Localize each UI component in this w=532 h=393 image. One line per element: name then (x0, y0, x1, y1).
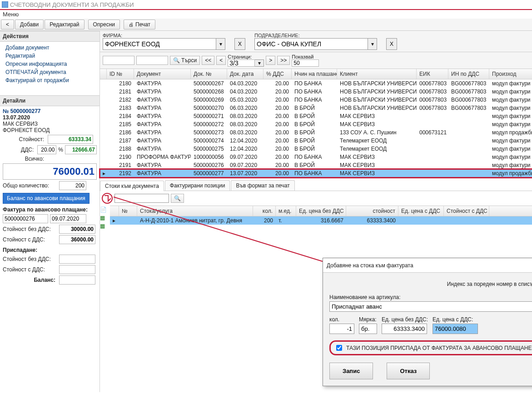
item-row[interactable]: ▸ А-Н-Д-2010-1 Амониев нитрат, гр. Девня… (110, 216, 532, 225)
table-row[interactable]: 2183 ФАКТУРА 5000000270 06.03.2020 20.00… (100, 104, 532, 112)
qty-field[interactable] (59, 181, 86, 190)
table-row[interactable]: 2184 ФАКТУРА 5000000271 08.03.2020 20.00… (100, 112, 532, 120)
col-docno[interactable]: Док. № (191, 69, 227, 79)
icol-price[interactable]: Ед. цена без ДДС (296, 206, 346, 216)
col-ddsid[interactable]: ИН по ДДС (448, 69, 489, 79)
pages-select[interactable] (228, 59, 255, 67)
col-eik[interactable]: ЕИК (417, 69, 448, 79)
table-row[interactable]: 2181 ФАКТУРА 5000000268 04.03.2020 20.00… (100, 88, 532, 96)
sidebar-action-print[interactable]: ОТПЕЧАТАЙ документа (3, 68, 97, 76)
filter-bar: ФИРМА: ▾ X ПОДРАЗДЕЛЕНИЕ: ▾ X (100, 31, 532, 52)
table-row[interactable]: 2187 ФАКТУРА 5000000274 12.04.2020 20.00… (100, 137, 532, 145)
item-search-button[interactable]: 🔍 (171, 194, 184, 203)
val-inc-field[interactable] (59, 235, 95, 244)
col-vat[interactable]: % ДДС (264, 69, 292, 79)
add-button[interactable]: Добави (15, 20, 44, 29)
bottom-tabs: Стоки към документа Фактурирани позиции … (100, 180, 532, 191)
excel-icon[interactable]: ▦ (100, 215, 110, 221)
val-ex-label: Стойност без ДДС: (3, 226, 57, 232)
deduct-checkbox[interactable] (336, 345, 342, 351)
ded-inc-field[interactable] (59, 265, 95, 274)
icol-valv[interactable]: Стойност с ДДС (444, 206, 489, 216)
add-item-button[interactable] (102, 193, 113, 204)
table-row[interactable]: 2188 ФАКТУРА 5000000275 12.04.2020 20.00… (100, 145, 532, 153)
icol-no[interactable]: № (119, 206, 137, 216)
excel2-icon[interactable]: ▦ (100, 223, 110, 229)
table-row[interactable]: 2190 ПРОФОРМА ФАКТУРА 1000000056 09.07.2… (100, 153, 532, 161)
sidebar-action-invoice[interactable]: Фактурирай от продажби (3, 76, 97, 84)
icol-qty[interactable]: кол. (253, 206, 276, 216)
table-row[interactable]: ▸ 2192 ФАКТУРА 5000000277 13.07.2020 20.… (100, 169, 532, 177)
item-search-input[interactable] (114, 194, 169, 203)
adv-doc-field[interactable] (3, 214, 48, 223)
deduct-checkbox-label: ТАЗИ ПОЗИЦИЯ ПРИСПАДА ОТ ФАКТУРАТА ЗА АВ… (346, 345, 532, 351)
cancel-button[interactable]: Отказ (387, 363, 430, 379)
print-button[interactable]: 🖨Печат (124, 20, 155, 29)
value-field[interactable] (48, 135, 93, 144)
col-pay[interactable]: Нчин на плашане (292, 69, 337, 79)
advance-balance-button[interactable]: Баланс по авансови плащания (3, 193, 89, 204)
val-ex-field[interactable] (59, 225, 95, 234)
back-button[interactable]: < (1, 20, 14, 29)
detail-doc-date: 13.07.2020 (3, 114, 97, 121)
chevron-down-icon[interactable]: ▾ (255, 59, 264, 67)
sidebar-action-add-doc[interactable]: Добави документ (3, 44, 97, 52)
ded-ex-field[interactable] (59, 255, 95, 264)
search-icon: 🔍 (174, 195, 181, 201)
col-doc[interactable]: Документ (134, 69, 191, 79)
col-date[interactable]: Док. дата (227, 69, 264, 79)
tab-items[interactable]: Стоки към документа (100, 181, 164, 191)
search-input-1[interactable] (103, 56, 134, 65)
edit-button[interactable]: Редактирай (45, 20, 84, 29)
total-field[interactable] (3, 163, 97, 180)
export-icon[interactable]: 📄 (100, 206, 110, 213)
dlg-price-label: Ед. цена без ДДС: (382, 316, 428, 323)
qty-label: Общо количество: (3, 182, 57, 189)
save-button[interactable]: Запис (329, 363, 373, 379)
chevron-down-icon[interactable]: ▾ (368, 38, 377, 50)
sidebar-action-refresh[interactable]: Опресни информацията (3, 60, 97, 68)
sidebar-action-edit[interactable]: Редактирай (3, 52, 97, 60)
dept-clear-button[interactable]: X (386, 38, 397, 50)
vat-value-field[interactable] (65, 145, 97, 154)
table-row[interactable]: 2180 ФАКТУРА 5000000267 04.03.2020 20.00… (100, 79, 532, 88)
last-page-button[interactable]: >> (277, 56, 290, 65)
icol-pricev[interactable]: Ед. цена с ДДС (398, 206, 444, 216)
table-row[interactable]: 2191 ФАКТУРА 5000000276 09.07.2020 20.00… (100, 161, 532, 169)
show-field[interactable] (292, 59, 319, 67)
table-row[interactable]: 2186 ФАКТУРА 5000000273 08.03.2020 20.00… (100, 128, 532, 137)
table-row[interactable]: 2182 ФАКТУРА 5000000269 05.03.2020 20.00… (100, 96, 532, 104)
dlg-pricev-field[interactable] (433, 324, 478, 334)
menu-bar[interactable]: Меню (0, 10, 532, 19)
first-page-button[interactable]: << (202, 56, 214, 65)
icol-val[interactable]: стойност (346, 206, 398, 216)
chevron-down-icon[interactable]: ▾ (216, 38, 225, 50)
icol-me[interactable]: м.ед. (276, 206, 296, 216)
title-bar: СЧЕТОВОДНИ ДОКУМЕНТИ ЗА ПРОДАЖБИ (0, 0, 532, 10)
vat-pct-field[interactable] (37, 145, 56, 154)
icol-name[interactable]: Стока/услуга (137, 206, 253, 216)
tab-print-format[interactable]: Във формат за печат (231, 180, 294, 191)
printer-icon: 🖨 (129, 22, 134, 27)
col-id[interactable]: ID № (107, 69, 134, 79)
deduct-checkbox-row[interactable]: ТАЗИ ПОЗИЦИЯ ПРИСПАДА ОТ ФАКТУРАТА ЗА АВ… (329, 340, 532, 355)
col-client[interactable]: Клиент (337, 69, 417, 79)
adv-date-field[interactable] (50, 214, 86, 223)
dept-select[interactable] (254, 38, 368, 50)
prev-page-button[interactable]: < (216, 56, 226, 65)
col-src[interactable]: Произход (489, 69, 532, 79)
company-clear-button[interactable]: X (234, 38, 245, 50)
company-label: ФИРМА: (103, 33, 225, 38)
next-page-button[interactable]: > (266, 56, 275, 65)
dlg-price-field[interactable] (382, 324, 427, 334)
search-input-2[interactable] (136, 56, 168, 65)
dlg-qty-field[interactable] (329, 324, 354, 334)
item-name-field[interactable] (329, 301, 532, 312)
table-row[interactable]: 2185 ФАКТУРА 5000000272 08.03.2020 20.00… (100, 120, 532, 128)
search-button[interactable]: 🔍Търси (170, 56, 200, 65)
tab-invoiced[interactable]: Фактурирани позиции (165, 180, 230, 191)
dlg-me-field[interactable] (359, 324, 377, 334)
refresh-button[interactable]: Опресни (88, 20, 120, 29)
company-select[interactable] (103, 38, 216, 50)
bal-field[interactable] (59, 275, 95, 285)
